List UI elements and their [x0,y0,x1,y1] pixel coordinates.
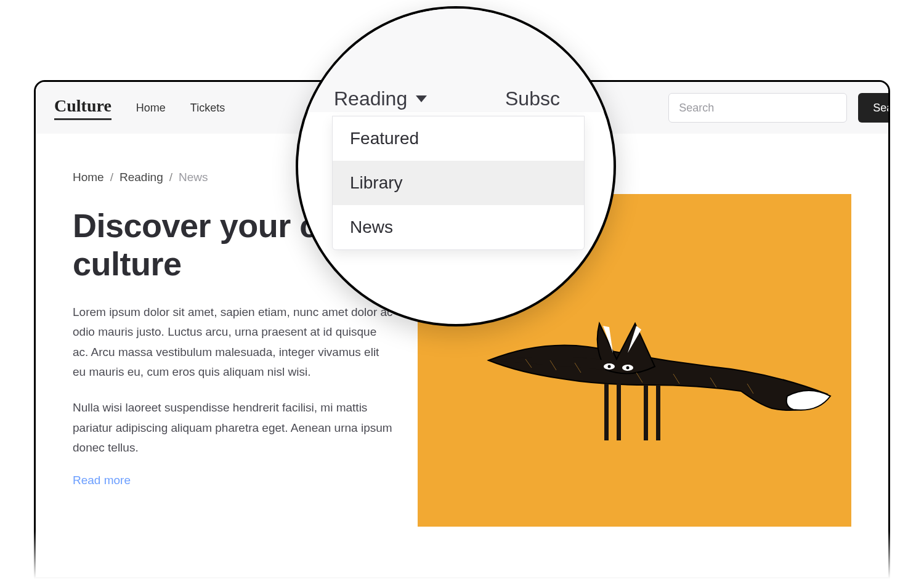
chevron-down-icon [416,95,427,102]
nav-reading-label: Reading [334,87,407,110]
brand-logo[interactable]: Culture [54,96,111,120]
article-paragraph: Nulla wisi laoreet suspendisse hendrerit… [73,398,393,458]
breadcrumb-current: News [179,171,208,184]
read-more-link[interactable]: Read more [73,474,131,487]
search-button[interactable]: Search [858,93,890,123]
magnifier-lens: Reading Subsc Featured Library News [296,6,616,326]
nav-subscribe[interactable]: Subsc [505,87,560,110]
search-input[interactable] [668,93,847,123]
reading-dropdown-menu: Featured Library News [332,116,585,250]
svg-rect-7 [656,385,660,440]
search-group: Search [668,93,890,123]
nav-home[interactable]: Home [136,102,166,115]
breadcrumb-home[interactable]: Home [73,171,104,184]
svg-point-2 [608,365,611,368]
nav-tickets[interactable]: Tickets [190,102,225,115]
svg-rect-6 [644,385,648,440]
article-paragraph: Lorem ipsum dolor sit amet, sapien etiam… [73,302,393,382]
dropdown-item-library[interactable]: Library [333,161,584,205]
breadcrumb-sep: / [110,171,113,184]
nav-reading-dropdown-trigger[interactable]: Reading [334,87,427,110]
svg-rect-5 [617,384,621,440]
dropdown-item-featured[interactable]: Featured [333,116,584,161]
svg-rect-4 [604,384,609,440]
svg-point-3 [626,366,630,370]
dropdown-item-news[interactable]: News [333,205,584,249]
breadcrumb-reading[interactable]: Reading [120,171,163,184]
breadcrumb-sep: / [169,171,172,184]
